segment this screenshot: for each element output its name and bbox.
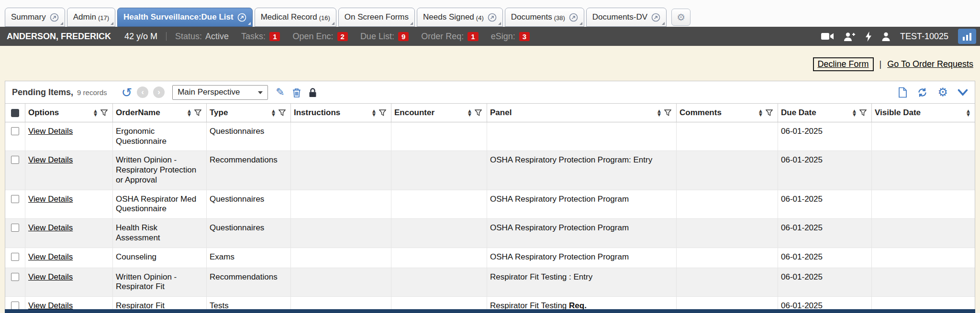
new-document-icon[interactable] <box>898 87 907 98</box>
refresh-icon[interactable] <box>917 87 928 98</box>
view-details-link[interactable]: View Details <box>28 223 73 232</box>
due-date-cell: 06-01-2025 <box>778 248 872 268</box>
tab-needs-signed[interactable]: Needs Signed (4) <box>417 8 503 27</box>
filter-icon[interactable] <box>859 109 867 116</box>
column-header-comments[interactable]: Comments <box>679 108 722 118</box>
go-to-order-requests-link[interactable]: Go To Order Requests <box>887 59 973 69</box>
chart-button[interactable] <box>958 29 976 44</box>
open-enc-counter: Open Enc: 2 <box>292 32 347 42</box>
filter-icon[interactable] <box>194 109 201 116</box>
column-header-visible-date[interactable]: Visible Date <box>875 108 921 118</box>
sort-icon[interactable]: ▲▼ <box>967 109 970 117</box>
tab-health-surveillance-due-list[interactable]: Health Surveillance:Due List <box>117 8 253 27</box>
tab-label: Documents <box>511 12 552 22</box>
type-cell: Questionnaires <box>207 219 291 247</box>
add-user-icon[interactable] <box>844 32 856 41</box>
video-call-icon[interactable] <box>821 32 834 41</box>
view-details-link[interactable]: View Details <box>28 127 73 136</box>
lock-icon[interactable] <box>309 87 317 97</box>
table-row: View Details Health Risk Assessment Ques… <box>5 219 975 248</box>
tab-on-screen-forms[interactable]: On Screen Forms <box>338 8 415 27</box>
column-header-due-date[interactable]: Due Date <box>781 108 816 118</box>
popout-icon[interactable] <box>488 13 497 22</box>
tab-documents-dv[interactable]: Documents-DV <box>586 8 667 27</box>
filter-icon[interactable] <box>100 109 108 116</box>
table-header-row: Options ▲▼ OrderName ▲▼ Type ▲▼ Instruct… <box>5 103 975 122</box>
collapse-chevron-icon[interactable] <box>958 89 968 96</box>
popout-icon[interactable] <box>569 13 578 22</box>
filter-icon[interactable] <box>766 109 773 116</box>
order-req-badge[interactable]: 1 <box>468 32 478 41</box>
view-details-link[interactable]: View Details <box>28 194 73 204</box>
perspective-select[interactable]: Main Perspective <box>172 85 268 100</box>
esign-badge[interactable]: 3 <box>519 32 530 41</box>
sort-icon[interactable]: ▲▼ <box>372 109 376 117</box>
row-checkbox[interactable] <box>11 127 19 135</box>
horizontal-scrollbar[interactable] <box>5 309 975 313</box>
select-all-checkbox[interactable] <box>11 109 19 117</box>
row-checkbox[interactable] <box>11 273 19 281</box>
sort-icon[interactable]: ▲▼ <box>94 109 97 117</box>
column-header-type[interactable]: Type <box>210 108 228 118</box>
popout-icon[interactable] <box>651 13 660 22</box>
sort-icon[interactable]: ▲▼ <box>759 109 762 117</box>
filter-icon[interactable] <box>475 109 482 116</box>
panel-title: Pending Items, <box>12 87 73 97</box>
undo-icon[interactable]: ↺ <box>122 86 133 99</box>
nav-forward-button[interactable]: › <box>153 86 165 98</box>
sort-icon[interactable]: ▲▼ <box>188 109 191 117</box>
column-header-panel[interactable]: Panel <box>490 108 512 118</box>
tab-admin[interactable]: Admin (17) <box>67 8 115 27</box>
due-date-cell: 06-01-2025 <box>778 268 872 296</box>
row-checkbox[interactable] <box>11 253 19 261</box>
banner-actions: TEST-10025 <box>821 29 976 44</box>
due-date-cell: 06-01-2025 <box>778 151 872 189</box>
status-label: Status: <box>175 32 202 42</box>
instructions-cell <box>291 122 391 151</box>
sort-icon[interactable]: ▲▼ <box>272 109 275 117</box>
sort-icon[interactable]: ▲▼ <box>468 109 471 117</box>
column-header-ordername[interactable]: OrderName <box>116 108 160 118</box>
due-list-badge[interactable]: 9 <box>398 32 409 41</box>
sort-icon[interactable]: ▲▼ <box>657 109 661 117</box>
delete-icon[interactable] <box>292 87 301 97</box>
tab-settings-button[interactable]: ⚙ <box>671 9 690 26</box>
tab-medical-record[interactable]: Medical Record (16) <box>255 8 336 27</box>
popout-icon[interactable] <box>237 13 246 22</box>
filter-icon[interactable] <box>278 109 286 116</box>
column-header-instructions[interactable]: Instructions <box>294 108 340 118</box>
popout-icon[interactable] <box>50 13 59 22</box>
settings-gear-icon[interactable]: ⚙ <box>937 86 948 98</box>
filter-icon[interactable] <box>379 109 386 116</box>
open-enc-badge[interactable]: 2 <box>337 32 348 41</box>
view-details-link[interactable]: View Details <box>28 252 73 261</box>
encounter-cell <box>391 151 487 189</box>
column-header-encounter[interactable]: Encounter <box>394 108 434 118</box>
panel-cell: OSHA Respiratory Protection Program: Ent… <box>487 151 677 189</box>
tab-documents[interactable]: Documents (38) <box>505 8 584 27</box>
row-checkbox[interactable] <box>11 224 19 232</box>
sort-icon[interactable]: ▲▼ <box>853 109 856 117</box>
toolbar-right-icons: ⚙ <box>898 86 968 98</box>
encounter-cell <box>391 122 487 151</box>
row-checkbox[interactable] <box>11 156 19 164</box>
nav-back-button[interactable]: ‹ <box>137 86 148 98</box>
filter-icon[interactable] <box>664 109 671 116</box>
column-header-options[interactable]: Options <box>28 108 59 118</box>
view-details-link[interactable]: View Details <box>28 272 73 281</box>
due-list-counter: Due List: 9 <box>360 32 409 42</box>
decline-form-link[interactable]: Decline Form <box>813 57 874 71</box>
row-checkbox[interactable] <box>11 302 19 310</box>
edit-icon[interactable]: ✎ <box>276 87 284 97</box>
row-checkbox[interactable] <box>11 195 19 203</box>
tasks-badge[interactable]: 1 <box>269 32 280 41</box>
tab-count: (4) <box>476 14 484 22</box>
visible-date-cell <box>872 151 975 189</box>
view-details-link[interactable]: View Details <box>28 155 73 164</box>
lightning-icon[interactable] <box>865 32 872 42</box>
type-cell: Recommendations <box>207 151 291 189</box>
visible-date-cell <box>872 268 975 296</box>
tab-summary[interactable]: Summary <box>5 8 65 27</box>
instructions-cell <box>291 248 391 268</box>
order-name-cell: Written Opinion - Respiratory Protection… <box>113 151 207 189</box>
